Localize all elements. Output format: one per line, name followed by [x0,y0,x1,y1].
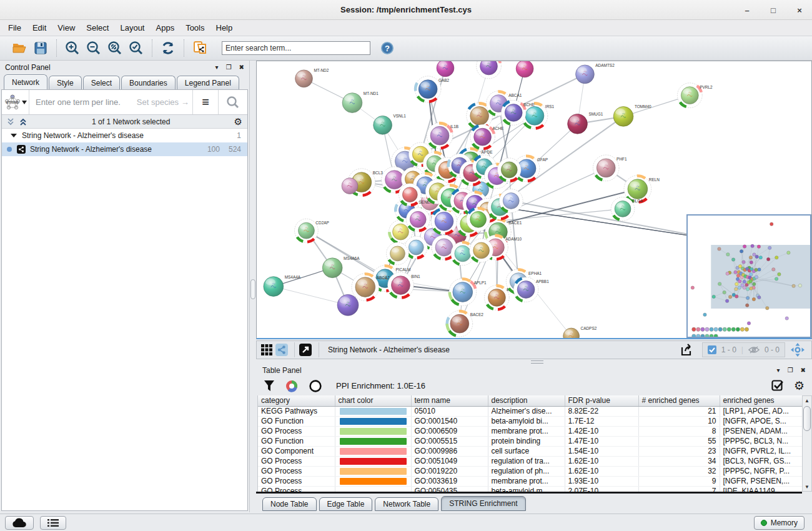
network-node[interactable]: CADPS2 [563,326,597,338]
tab-network[interactable]: Network [4,74,47,89]
tab-edge-table[interactable]: Edge Table [319,497,373,511]
filter-icon[interactable] [264,380,275,392]
panel-close-icon[interactable]: ✖ [801,367,806,374]
menu-help[interactable]: Help [210,21,239,35]
task-history-button[interactable] [40,516,66,530]
table-row[interactable]: GO FunctionGO:0001540beta-amyloid bi...1… [258,416,802,426]
tree-expand-icon[interactable] [11,134,17,137]
tab-network-table[interactable]: Network Table [375,497,438,511]
network-node[interactable] [406,207,430,231]
select-rows-icon[interactable] [771,380,784,392]
enrichment-table[interactable]: categorychart colorterm namedescriptionF… [258,395,802,492]
menu-layout[interactable]: Layout [114,21,150,35]
table-row[interactable]: GO ProcessGO:0019220regulation of ph...1… [258,466,802,476]
column-header-FDR-p-value[interactable]: FDR p-value [565,395,638,406]
network-row[interactable]: String Network - Alzheimer's disease1005… [2,142,247,156]
network-node[interactable]: ADAMTS2 [576,63,615,84]
panel-menu-icon[interactable]: ▾ [215,64,219,71]
string-query-placeholder[interactable]: Enter one term per line. [36,97,121,107]
draw-ring-icon[interactable] [309,379,322,393]
menu-tools[interactable]: Tools [180,21,210,35]
clone-network-icon[interactable] [192,40,208,56]
network-node[interactable] [399,184,421,206]
network-node[interactable]: ACHE [470,124,504,149]
network-node[interactable] [470,239,493,262]
network-node[interactable] [477,61,502,79]
close-button[interactable]: × [795,5,805,15]
menu-edit[interactable]: Edit [27,21,52,35]
network-node[interactable]: PVRL2 [677,83,713,108]
table-row[interactable]: GO ProcessGO:0051049regulation of tra...… [258,456,802,466]
network-node[interactable] [516,61,533,77]
gear-icon[interactable]: ⚙ [794,380,805,392]
column-header-enriched-genes[interactable]: # enriched genes [638,395,720,406]
network-collection-row[interactable]: String Network - Alzheimer's disease1 [2,129,247,142]
scroll-up-icon[interactable]: ▲ [803,396,811,405]
menu-apps[interactable]: Apps [151,21,181,35]
network-node[interactable]: CD2AP [295,219,329,242]
zoom-in-icon[interactable] [64,40,81,56]
tab-node-table[interactable]: Node Table [262,497,317,511]
help-icon[interactable]: ? [379,40,395,56]
gear-icon[interactable]: ⚙ [234,117,242,126]
network-node[interactable]: SMUG1 [568,112,603,134]
network-node[interactable] [342,178,358,194]
table-row[interactable]: GO ProcessGO:0050435beta-amyloid m...2.0… [258,486,802,492]
panel-float-icon[interactable]: ❐ [788,367,793,374]
panel-close-icon[interactable]: ✖ [239,64,244,71]
menu-select[interactable]: Select [81,21,114,35]
splitter-handle-icon[interactable] [250,279,255,299]
column-header-term-name[interactable]: term name [411,395,488,406]
export-network-icon[interactable] [680,342,695,357]
panel-float-icon[interactable]: ❐ [226,64,232,71]
menu-file[interactable]: File [2,21,27,35]
network-node[interactable]: APBB1 [513,277,549,302]
horizontal-splitter[interactable] [256,359,812,365]
table-row[interactable]: GO ComponentGO:0009986cell surface1.54E-… [258,446,802,456]
scroll-down-icon[interactable]: ▼ [803,482,811,491]
table-row[interactable]: KEGG Pathways05010Alzheimer's dise...8.8… [258,406,802,416]
network-node[interactable]: IL1B [427,122,458,149]
tab-select[interactable]: Select [83,76,120,89]
network-node[interactable] [497,158,521,182]
network-node[interactable]: PHF1 [593,155,627,181]
species-selector-label[interactable]: Set species → [137,97,189,107]
detach-view-icon[interactable] [299,343,312,357]
save-session-icon[interactable] [32,40,49,56]
network-node[interactable]: MS4A6A [322,256,360,278]
string-search-icon[interactable] [218,90,247,114]
network-node[interactable] [467,207,490,231]
navigator-graph[interactable] [688,216,810,337]
column-header-description[interactable]: description [488,395,565,406]
table-row[interactable]: GO ProcessGO:0006509membrane prot...1.42… [258,426,802,436]
minimize-button[interactable]: – [742,5,752,15]
zoom-fit-icon[interactable] [107,40,123,56]
memory-button[interactable]: Memory [754,516,805,530]
column-header-chart-color[interactable]: chart color [335,395,411,406]
network-navigator[interactable] [686,214,811,338]
search-input[interactable] [222,41,370,55]
network-node[interactable]: MT-ND1 [342,91,379,113]
maximize-button[interactable]: □ [768,5,778,15]
network-node[interactable]: TOMM40 [613,104,651,126]
network-node[interactable]: BIN1 [388,272,420,299]
network-node[interactable] [431,208,457,234]
cloud-tasks-button[interactable] [5,516,34,530]
panel-splitter[interactable] [250,61,256,512]
grid-view-icon[interactable] [260,344,273,356]
network-node[interactable]: MT-ND2 [295,68,329,87]
network-node[interactable]: APLP1 [449,279,487,306]
zoom-selected-icon[interactable] [128,40,144,56]
splitter-handle-icon[interactable] [531,360,543,364]
birdseye-toggle-icon[interactable] [790,342,805,357]
expand-all-icon[interactable] [19,118,28,126]
string-options-menu-icon[interactable]: ≡ [192,90,218,114]
table-row[interactable]: GO ProcessGO:0033619membrane prot...1.93… [258,476,802,486]
tab-style[interactable]: Style [49,76,82,89]
zoom-out-icon[interactable] [86,40,102,56]
tab-boundaries[interactable]: Boundaries [121,76,176,89]
network-node[interactable] [499,189,523,213]
open-session-icon[interactable] [11,40,27,56]
column-header-category[interactable]: category [258,395,335,406]
network-node[interactable]: IRS1 [522,103,554,129]
